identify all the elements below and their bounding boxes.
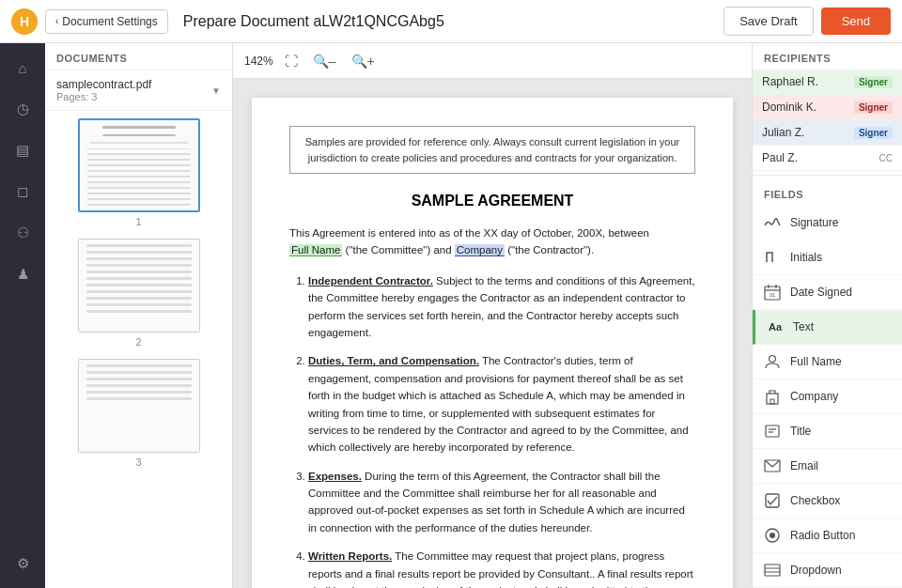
fields-header: FIELDS bbox=[753, 179, 902, 206]
thumbnail-2: 2 bbox=[53, 239, 225, 348]
recipient-julian[interactable]: Julian Z. Signer bbox=[753, 120, 902, 146]
title-field-item[interactable]: Title bbox=[753, 414, 902, 449]
thumb-page-1[interactable] bbox=[78, 118, 200, 212]
content-area: 142% ⛶ 🔍– 🔍+ Samples are provided for re… bbox=[233, 43, 752, 588]
fields-divider bbox=[753, 175, 902, 176]
recipient-role-paul: CC bbox=[879, 153, 893, 163]
initials-icon bbox=[762, 247, 783, 268]
recipient-name-raphael: Raphael R. bbox=[762, 75, 818, 88]
page-title: Prepare Document aLW2t1QNCGAbg5 bbox=[183, 13, 716, 30]
document-title: SAMPLE AGREEMENT bbox=[289, 193, 695, 209]
chevron-left-icon: ‹ bbox=[55, 16, 58, 26]
title-icon bbox=[762, 421, 783, 441]
chart-icon[interactable]: ▤ bbox=[9, 137, 36, 163]
signature-icon bbox=[762, 212, 783, 233]
file-info: samplecontract.pdf Pages: 3 ▼ bbox=[45, 70, 232, 111]
zoom-out-button[interactable]: 🔍– bbox=[309, 52, 340, 70]
content-toolbar: 142% ⛶ 🔍– 🔍+ bbox=[233, 43, 752, 79]
svg-point-14 bbox=[770, 533, 775, 538]
home-icon[interactable]: ⌂ bbox=[9, 54, 36, 81]
recipient-dominik[interactable]: Dominik K. Signer bbox=[753, 95, 902, 120]
svg-rect-8 bbox=[766, 426, 779, 437]
recipient-name-paul: Paul Z. bbox=[762, 151, 798, 164]
company-icon bbox=[762, 386, 783, 407]
dropdown-field-label: Dropdown bbox=[790, 564, 842, 577]
dropdown-field-item[interactable]: Dropdown bbox=[753, 553, 902, 588]
full-name-icon bbox=[762, 351, 783, 372]
recipient-name-julian: Julian Z. bbox=[762, 126, 804, 139]
section-2: Duties, Term, and Compensation. The Cont… bbox=[308, 352, 695, 456]
checkbox-icon bbox=[762, 490, 783, 511]
fit-page-button[interactable]: ⛶ bbox=[281, 52, 302, 70]
document-scroll[interactable]: Samples are provided for reference only.… bbox=[233, 79, 752, 588]
signature-field-label: Signature bbox=[790, 216, 838, 229]
dropdown-icon bbox=[762, 560, 783, 580]
company-placeholder: Company bbox=[455, 244, 505, 256]
thumb-num-3: 3 bbox=[135, 456, 141, 468]
thumb-num-1: 1 bbox=[135, 216, 141, 227]
svg-rect-7 bbox=[770, 399, 774, 404]
title-field-label: Title bbox=[790, 425, 811, 438]
svg-point-5 bbox=[770, 356, 776, 363]
document-intro: This Agreement is entered into as of the… bbox=[289, 224, 695, 259]
section-3: Expenses. During the term of this Agreem… bbox=[308, 468, 695, 537]
recipients-header: RECIPIENTS bbox=[753, 43, 902, 70]
notice-box: Samples are provided for reference only.… bbox=[289, 126, 695, 174]
recipient-raphael[interactable]: Raphael R. Signer bbox=[753, 70, 902, 95]
recipient-paul[interactable]: Paul Z. CC bbox=[753, 146, 902, 171]
file-pages: Pages: 3 bbox=[56, 91, 151, 102]
documents-header: DOCUMENTS bbox=[45, 43, 232, 70]
full-name-placeholder: Full Name bbox=[289, 244, 342, 256]
back-button[interactable]: ‹ Document Settings bbox=[45, 9, 168, 34]
recipient-name-dominik: Dominik K. bbox=[762, 101, 816, 114]
radio-button-field-label: Radio Button bbox=[790, 529, 855, 542]
app-logo: H bbox=[11, 8, 38, 35]
file-name: samplecontract.pdf bbox=[56, 78, 151, 91]
right-panel: RECIPIENTS Raphael R. Signer Dominik K. … bbox=[752, 43, 902, 588]
document-sections: Independent Contractor. Subject to the t… bbox=[289, 272, 695, 588]
thumb-page-2[interactable] bbox=[78, 239, 200, 333]
save-draft-button[interactable]: Save Draft bbox=[723, 7, 813, 36]
email-field-item[interactable]: Email bbox=[753, 449, 902, 484]
radio-button-field-item[interactable]: Radio Button bbox=[753, 518, 902, 553]
users-icon[interactable]: ⚇ bbox=[9, 220, 36, 246]
person-icon[interactable]: ♟ bbox=[9, 261, 36, 287]
documents-panel: DOCUMENTS samplecontract.pdf Pages: 3 ▼ bbox=[45, 43, 233, 588]
radio-button-icon bbox=[762, 525, 783, 546]
email-field-label: Email bbox=[790, 459, 818, 472]
clock-icon[interactable]: ◷ bbox=[9, 96, 36, 122]
full-name-field-label: Full Name bbox=[790, 355, 842, 368]
svg-rect-15 bbox=[765, 565, 780, 576]
svg-text:31: 31 bbox=[770, 292, 776, 298]
thumb-page-3[interactable] bbox=[78, 359, 200, 453]
file-icon[interactable]: ◻ bbox=[9, 178, 36, 205]
zoom-level: 142% bbox=[244, 54, 273, 68]
zoom-in-button[interactable]: 🔍+ bbox=[348, 52, 379, 70]
date-signed-field-item[interactable]: 31 Date Signed bbox=[753, 275, 902, 310]
initials-field-item[interactable]: Initials bbox=[753, 240, 902, 275]
text-field-item[interactable]: Aa Text bbox=[753, 310, 902, 345]
section-4: Written Reports. The Committee may reque… bbox=[308, 548, 695, 588]
initials-field-label: Initials bbox=[790, 251, 822, 264]
date-signed-icon: 31 bbox=[762, 282, 783, 302]
settings-icon[interactable]: ⚙ bbox=[9, 550, 36, 577]
thumbnails-list: 1 2 bbox=[45, 111, 232, 588]
file-dropdown-icon[interactable]: ▼ bbox=[211, 85, 221, 96]
company-field-item[interactable]: Company bbox=[753, 379, 902, 414]
thumb-num-2: 2 bbox=[135, 336, 141, 348]
topbar: H ‹ Document Settings Prepare Document a… bbox=[0, 0, 902, 43]
text-field-label: Text bbox=[793, 320, 814, 333]
left-sidebar: ⌂ ◷ ▤ ◻ ⚇ ♟ ⚙ bbox=[0, 43, 45, 588]
section-1: Independent Contractor. Subject to the t… bbox=[308, 272, 695, 342]
recipient-role-raphael: Signer bbox=[854, 76, 893, 88]
signature-field-item[interactable]: Signature bbox=[753, 206, 902, 240]
recipient-role-julian: Signer bbox=[854, 127, 893, 139]
thumbnail-3: 3 bbox=[53, 359, 225, 468]
date-signed-field-label: Date Signed bbox=[790, 286, 852, 299]
checkbox-field-label: Checkbox bbox=[790, 494, 840, 507]
send-button[interactable]: Send bbox=[821, 8, 891, 35]
text-icon: Aa bbox=[765, 317, 785, 337]
email-icon bbox=[762, 456, 783, 476]
full-name-field-item[interactable]: Full Name bbox=[753, 345, 902, 379]
checkbox-field-item[interactable]: Checkbox bbox=[753, 484, 902, 518]
